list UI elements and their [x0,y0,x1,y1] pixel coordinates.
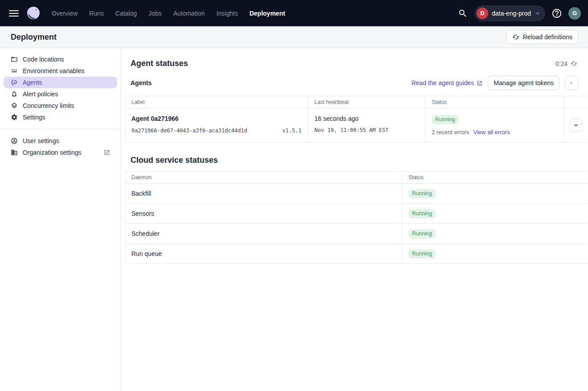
refresh-countdown: 0:24 [555,60,568,67]
sidebar-item-label: Environment variables [23,67,85,74]
agent-version: v1.5.1 [282,128,302,134]
sidebar-divider [0,129,121,129]
column-header-status: Status [402,172,588,184]
heartbeat-absolute: Nov 19, 11:00:55 AM EST [314,127,419,133]
user-circle-icon [11,137,18,144]
sidebar-item-alert-policies[interactable]: Alert policies [4,88,117,100]
refresh-icon[interactable] [571,60,577,67]
cloud-services-table: Daemon Status Backfill Running Sensors R… [125,171,588,264]
view-all-errors-link[interactable]: View all errors [474,129,510,136]
page-header: Deployment Reload definitions [0,26,588,48]
daemon-name: Sensors [125,204,402,224]
sidebar-item-label: Concurrency limits [23,102,74,109]
sidebar-item-user-settings[interactable]: User settings [4,135,117,147]
nav-item-jobs[interactable]: Jobs [148,10,162,17]
chevron-down-icon [573,123,579,128]
agent-icon [11,79,18,86]
user-avatar[interactable]: G [568,7,581,20]
table-row: Sensors Running [125,204,588,224]
daemon-name: Run queue [125,244,402,264]
sidebar-item-label: Alert policies [23,91,58,98]
recent-errors-text: 2 recent errors [432,129,470,136]
column-header-daemon: Daemon [125,172,402,184]
page-title: Deployment [11,33,57,42]
gear-icon [11,114,18,121]
layers-icon [11,102,18,109]
sidebar-item-concurrency-limits[interactable]: Concurrency limits [4,100,117,111]
help-icon[interactable] [550,6,564,21]
agent-actions-dropdown-button[interactable] [565,76,578,90]
deployment-initial-badge: D [477,8,488,19]
main-panel: Agent statuses 0:24 Agents Read the agen… [121,48,588,391]
building-icon [11,149,18,156]
chevron-down-icon [535,10,541,16]
table-row: Scheduler Running [125,224,588,244]
agent-row: Agent 0a271966 0a271966-de67-4043-a3f6-a… [125,108,588,143]
external-link-icon [477,80,482,86]
agent-guides-link[interactable]: Read the agent guides [411,79,482,86]
sidebar-item-label: Settings [23,114,45,121]
sidebar-item-settings[interactable]: Settings [4,111,117,123]
dagster-logo-icon[interactable] [25,5,42,22]
manage-agent-tokens-label: Manage agent tokens [494,79,554,86]
status-badge: Running [408,249,436,259]
hamburger-menu-icon[interactable] [9,8,20,19]
agent-row-expand-button[interactable] [570,119,582,132]
reload-definitions-label: Reload definitions [523,33,572,41]
heartbeat-relative: 16 seconds ago [314,115,419,122]
reload-definitions-button[interactable]: Reload definitions [506,30,578,44]
daemon-name: Backfill [125,184,402,204]
bell-icon [11,91,18,98]
manage-agent-tokens-button[interactable]: Manage agent tokens [488,76,559,90]
external-link-icon [104,149,110,156]
caret-down-icon [569,81,574,85]
top-nav-bar: Overview Runs Catalog Jobs Automation In… [0,0,588,26]
agent-id: 0a271966-de67-4043-a3f6-aca31dc44d1d [131,128,247,134]
nav-item-overview[interactable]: Overview [52,10,78,17]
search-icon[interactable] [456,6,470,21]
env-vars-icon [11,67,18,74]
nav-item-deployment[interactable]: Deployment [249,10,285,17]
status-badge: Running [408,189,436,198]
column-header-actions [564,96,588,108]
status-badge: Running [408,229,436,239]
deployment-sidebar: Code locations Environment variables Age… [0,48,121,391]
deployment-switcher[interactable]: D data-eng-prod [474,5,545,21]
cloud-service-statuses-heading: Cloud service statuses [131,156,577,165]
column-header-status: Status [425,96,564,108]
column-header-last-heartbeat: Last heartbeat [308,96,425,108]
nav-item-automation[interactable]: Automation [173,10,205,17]
sidebar-item-agents[interactable]: Agents [4,77,117,88]
sidebar-item-label: Code locations [23,56,64,63]
sidebar-item-label: Organization settings [23,149,82,156]
daemon-name: Scheduler [125,224,402,244]
agents-section-label: Agents [131,79,151,86]
status-badge: Running [408,209,436,218]
column-header-label: Label [125,96,308,108]
agent-label: Agent 0a271966 [131,115,302,122]
deployment-name: data-eng-prod [492,10,531,17]
nav-item-runs[interactable]: Runs [89,10,104,17]
nav-item-catalog[interactable]: Catalog [115,10,137,17]
reload-icon [512,33,519,41]
table-row: Backfill Running [125,184,588,204]
agents-table: Label Last heartbeat Status Agent 0a2719… [125,96,588,143]
sidebar-item-code-locations[interactable]: Code locations [4,54,117,65]
nav-item-insights[interactable]: Insights [216,10,238,17]
agent-guides-label: Read the agent guides [411,79,474,86]
sidebar-item-label: Agents [23,79,42,86]
folder-icon [11,56,18,63]
agent-statuses-heading: Agent statuses [131,59,188,68]
sidebar-item-label: User settings [23,137,59,144]
status-badge: Running [432,115,459,124]
table-row: Run queue Running [125,244,588,264]
sidebar-item-organization-settings[interactable]: Organization settings [4,147,117,158]
sidebar-item-environment-variables[interactable]: Environment variables [4,65,117,77]
primary-nav: Overview Runs Catalog Jobs Automation In… [52,10,285,17]
